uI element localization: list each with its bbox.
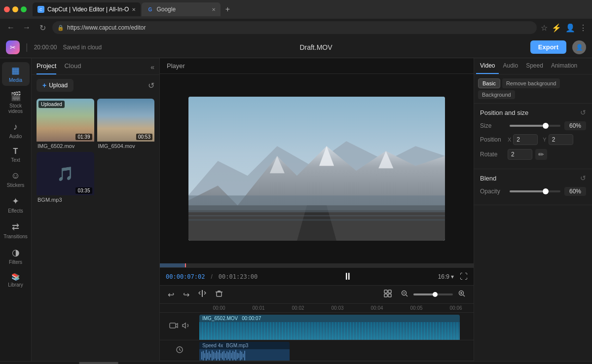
sidebar-label-filters: Filters [9,259,22,265]
position-x-input[interactable] [513,134,538,145]
lock-icon: 🔒 [57,25,64,31]
audio-clip-header: Speed 4x BGM.mp3 [199,342,290,349]
timeline-progress-fill [160,263,185,267]
fullscreen-button[interactable]: ⛶ [460,272,468,281]
refresh-media-button[interactable]: ↺ [148,81,154,90]
svg-rect-16 [384,294,387,297]
size-slider[interactable] [510,125,560,127]
zoom-controls [398,288,469,301]
rp-tab-speed[interactable]: Speed [522,58,547,74]
sidebar-item-effects[interactable]: ✦ Effects [2,193,30,217]
sidebar-item-stickers[interactable]: ☺ Stickers [2,168,30,191]
extensions-button[interactable]: ⚡ [552,23,561,33]
delete-icon [215,290,223,297]
size-value[interactable]: 60% [564,121,586,130]
export-button[interactable]: Export [530,40,566,54]
rotate-reset-btn[interactable]: ✏ [535,149,547,160]
maximize-window-btn[interactable] [21,6,27,12]
blend-reset-btn[interactable]: ↺ [580,174,586,182]
video-track-camera-btn[interactable] [169,322,178,330]
rp-tab-animation[interactable]: Animation [547,58,581,74]
capcut-tab-close[interactable]: ✕ [132,7,136,12]
opacity-slider-thumb [543,188,549,194]
upload-button[interactable]: + Upload [37,79,74,92]
profile-button[interactable]: 👤 [565,23,575,33]
panel-collapse-button[interactable]: « [150,63,154,71]
split-button[interactable] [195,288,209,301]
media-item-bgm[interactable]: 🎵 03:35 BGM.mp3 [37,152,94,202]
opacity-slider[interactable] [510,190,560,192]
back-button[interactable]: ← [5,22,17,34]
media-item-img6502[interactable]: 01:39 IMG_6502.mov [37,99,94,149]
sidebar-item-text[interactable]: T Text [2,144,30,166]
audio-track-btn[interactable] [176,346,184,355]
sidebar-item-media[interactable]: ▦ Media [2,62,30,86]
redo-button[interactable]: ↪ [180,288,192,301]
position-y-group: Y [543,134,573,145]
app-header: ✂ | 20:00:00 Saved in cloud Draft.MOV Ex… [0,36,592,58]
scrollbar-thumb[interactable] [79,362,118,364]
logo-icon: ✂ [6,40,20,54]
stock-videos-icon: 🎬 [10,91,21,102]
app-logo: ✂ [6,40,20,54]
zoom-slider[interactable] [413,293,453,295]
sidebar-item-stock-videos[interactable]: 🎬 Stock videos [2,88,30,117]
google-tab-close[interactable]: ✕ [212,7,216,12]
opacity-label: Opacity [480,188,510,195]
position-y-input[interactable] [549,134,573,145]
media-thumbnail-img6504: 00:53 [97,99,155,142]
rp-tab-audio[interactable]: Audio [499,58,522,74]
audio-name: BGM.mp3 [226,343,248,348]
audio-icon: ♪ [13,122,18,132]
rp-sub-tab-basic[interactable]: Basic [478,78,500,88]
undo-button[interactable]: ↩ [165,288,177,301]
center-column: Player [160,58,474,361]
play-pause-button[interactable]: ⏸ [343,271,353,282]
audio-track-content[interactable]: Speed 4x BGM.mp3 [199,340,474,361]
zoom-out-button[interactable] [398,288,411,301]
forward-button[interactable]: → [21,22,33,34]
timeline-progress-bar[interactable] [160,263,474,267]
video-track-audio-btn[interactable] [182,322,190,331]
sidebar-item-library[interactable]: 📚 Library [2,270,30,291]
rp-sub-tab-remove-bg[interactable]: Remove background [502,78,560,88]
browser-tab-google[interactable]: G Google ✕ [142,2,221,16]
sidebar-item-filters[interactable]: ◑ Filters [2,244,30,268]
audio-clip[interactable]: Speed 4x BGM.mp3 [199,342,290,361]
address-bar[interactable]: 🔒 https://www.capcut.com/editor [52,21,537,34]
ruler-mark-5: 00:05 [397,305,436,311]
media-name-bgm: BGM.mp3 [37,197,94,203]
media-item-img6504[interactable]: 00:53 IMG_6504.mov [97,99,155,149]
sidebar-item-audio[interactable]: ♪ Audio [2,119,30,142]
mosaic-button[interactable] [381,288,395,301]
tab-cloud[interactable]: Cloud [64,62,81,74]
browser-tab-capcut[interactable]: C CapCut | Video Editor | All-In-O ✕ [33,2,141,16]
rp-sub-tab-background[interactable]: Background [478,90,515,99]
new-tab-button[interactable]: + [222,3,233,15]
timeline-playhead-marker [185,263,186,267]
user-avatar[interactable]: 👤 [572,40,586,54]
video-track-content[interactable]: IMG_6502.MOV 00:00:07 [199,313,474,340]
menu-button[interactable]: ⋮ [579,23,587,33]
size-row: Size 60% [480,121,586,130]
rp-tab-video[interactable]: Video [476,58,499,74]
aspect-ratio-button[interactable]: 16:9 ▾ [438,273,454,280]
refresh-button[interactable]: ↻ [37,22,48,34]
main-content: ▦ Media 🎬 Stock videos ♪ Audio T Text ☺ … [0,58,592,361]
effects-icon: ✦ [12,196,19,207]
opacity-slider-fill [510,190,543,192]
zoom-out-icon [401,290,408,297]
tab-project[interactable]: Project [37,62,56,74]
zoom-in-button[interactable] [455,288,469,301]
position-row: Position X Y [480,134,586,145]
left-sidebar: ▦ Media 🎬 Stock videos ♪ Audio T Text ☺ … [0,58,32,361]
video-clip[interactable]: IMG_6502.MOV 00:00:07 [199,315,460,340]
rotate-input[interactable] [508,149,532,160]
minimize-window-btn[interactable] [12,6,18,12]
bookmark-button[interactable]: ☆ [541,23,548,33]
position-size-reset-btn[interactable]: ↺ [580,109,586,116]
sidebar-item-transitions[interactable]: ⇄ Transitions [2,218,30,242]
delete-button[interactable] [212,288,226,301]
opacity-value[interactable]: 60% [564,187,586,196]
close-window-btn[interactable] [4,6,10,12]
